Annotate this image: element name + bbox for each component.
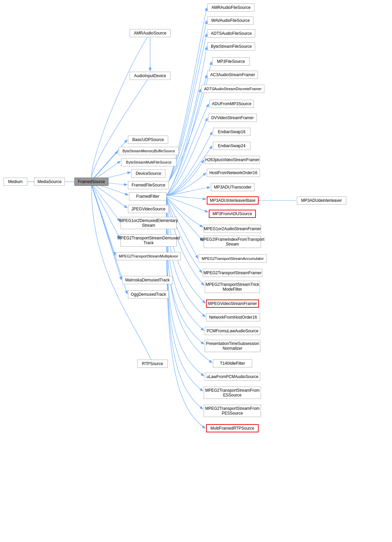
rtp-source-label: RTPSource	[142, 361, 163, 366]
amr-audio-file-source-node: AMRAudioFileSource	[207, 3, 255, 12]
multi-framed-rtp-source-node: MultiFramedRTPSource	[206, 424, 259, 432]
framed-source-label: FramedSource	[78, 179, 105, 184]
mpeg2-transport-stream-demuxed-track-node: MPEG2TransportStreamDemuxed Track	[120, 234, 177, 247]
mp3-adu-interleaver-base-label: MP3ADUInterleaverBase	[210, 198, 256, 203]
mp3-from-adu-source-label: MP3FromADUSource	[213, 211, 252, 216]
ac3-audio-stream-framer-label: AC3AudioStreamFramer	[210, 72, 255, 77]
mp3-file-source-node: MP3FileSource	[212, 57, 250, 66]
pcm-from-ulaw-audio-source-node: PCMFromuLawAudioSource	[205, 327, 260, 335]
matroskaDemuxedTrack-node: MatroskaDemuxedTrack	[122, 276, 173, 284]
byte-stream-memory-buffer-source-label: ByteStreamMemoryBufferSource	[122, 149, 175, 153]
byte-stream-multi-file-source-node: ByteStreamMultiFileSource	[121, 158, 176, 166]
framed-file-source-label: FramedFileSource	[132, 183, 165, 187]
presentation-time-subsession-normalizer-label: PresentationTimeSubsession Normalizer	[206, 341, 259, 351]
byte-stream-file-source-label: ByteStreamFileSource	[211, 44, 252, 49]
mpeg2-transport-stream-trick-mode-filter-node: MPEG2TransportStreamTrick ModeFilter	[205, 281, 260, 293]
endian-swap16-node: EndianSwap16	[213, 128, 250, 136]
presentation-time-subsession-normalizer-node: PresentationTimeSubsession Normalizer	[205, 340, 260, 352]
diagram-container: Medium MediaSource FramedSource AMRAudio…	[0, 0, 392, 542]
mpeg1or2-demuxed-elementary-stream-label: MPEG1or2DemuxedElementary Stream	[119, 218, 178, 228]
mpeg2-transport-stream-trick-mode-filter-label: MPEG2TransportStreamTrick ModeFilter	[205, 282, 259, 292]
endian-swap24-node: EndianSwap24	[213, 142, 250, 150]
byte-stream-memory-buffer-source-node: ByteStreamMemoryBufferSource	[119, 147, 179, 155]
mpeg2-transport-stream-accumulator-label: MPEG2TransportStreamAccumulator	[202, 256, 264, 261]
byte-stream-file-source-node: ByteStreamFileSource	[207, 42, 255, 51]
amr-audio-source-node: AMRAudioSource	[130, 29, 171, 37]
pcm-from-ulaw-audio-source-label: PCMFromuLawAudioSource	[206, 329, 258, 333]
endian-swap16-label: EndianSwap16	[218, 129, 246, 134]
mpeg1or2-audio-stream-framer-label: MPEG1or2AudioStreamFramer	[204, 226, 261, 231]
basic-udp-source-label: BasicUDPSource	[132, 137, 164, 142]
mp3-adu-interleaver-base-node: MP3ADUInterleaverBase	[207, 196, 259, 205]
mpeg2-iframe-index-from-transport-stream-node: MPEG2IFrameIndexFromTransport Stream	[204, 236, 261, 248]
device-source-label: DeviceSource	[136, 171, 161, 176]
t140-idle-filter-node: T140IdleFilter	[213, 359, 252, 367]
framed-filter-node: FramedFilter	[129, 192, 166, 200]
dv-video-stream-framer-label: DVVideoStreamFramer	[211, 115, 254, 120]
mpeg-video-stream-framer-label: MPEGVideoStreamFramer	[208, 301, 257, 306]
network-from-host-order16-label: NetworkFromHostOrder16	[209, 315, 257, 320]
mpeg2-transport-stream-from-es-source-node: MPEG2TransportStreamFrom ESSource	[204, 387, 261, 399]
h263plus-video-stream-framer-label: H263plusVideoStreamFramer	[205, 157, 260, 162]
wav-audio-file-source-label: WAVAudioFileSource	[211, 18, 250, 23]
media-source-label: MediaSource	[38, 179, 62, 184]
ulaw-from-pcm-audio-source-node: uLawFromPCMAudioSource	[205, 373, 260, 381]
media-source-node: MediaSource	[34, 178, 65, 186]
ac3-audio-stream-framer-node: AC3AudioStreamFramer	[207, 71, 258, 79]
dv-video-stream-framer-node: DVVideoStreamFramer	[208, 114, 257, 122]
mpeg2-transport-stream-demuxed-track-label: MPEG2TransportStreamDemuxed Track	[117, 236, 180, 245]
ogg-demuxed-track-node: OggDemuxedTrack	[128, 290, 169, 298]
mp3-adu-deinterleaver-node: MP3ADUdeinterleaver	[297, 196, 346, 205]
medium-label: Medium	[8, 179, 23, 184]
jpeg-video-source-node: JPEGVideoSource	[128, 205, 169, 213]
multi-framed-rtp-source-label: MultiFramedRTPSource	[210, 426, 254, 431]
endian-swap24-label: EndianSwap24	[218, 143, 246, 148]
framed-filter-label: FramedFilter	[136, 194, 159, 199]
basic-udp-source-node: BasicUDPSource	[128, 136, 168, 144]
mp3-adu-transcoder-node: MP3ADUTranscoder	[211, 183, 255, 191]
network-from-host-order16-node: NetworkFromHostOrder16	[206, 313, 260, 321]
mpeg1or2-demuxed-elementary-stream-node: MPEG1or2DemuxedElementary Stream	[120, 217, 177, 229]
adu-from-mp3-source-label: ADUFromMP3Source	[212, 101, 251, 106]
mpeg2-transport-stream-framer-label: MPEG2TransportStreamFramer	[203, 270, 261, 275]
amr-audio-file-source-label: AMRAudioFileSource	[212, 5, 251, 10]
adts-audio-stream-discrete-framer-label: ADTSAudioStreamDiscreteFramer	[204, 87, 262, 91]
mp3-adu-transcoder-label: MP3ADUTranscoder	[214, 185, 251, 190]
wav-audio-file-source-node: WAVAudioFileSource	[207, 16, 253, 25]
audio-input-device-node: AudioInputDevice	[130, 72, 171, 80]
mpeg1or2-audio-stream-framer-node: MPEG1or2AudioStreamFramer	[204, 225, 261, 233]
device-source-node: DeviceSource	[131, 169, 165, 178]
ulaw-from-pcm-audio-source-label: uLawFromPCMAudioSource	[206, 374, 258, 379]
mpeg2-iframe-index-from-transport-stream-label: MPEG2IFrameIndexFromTransport Stream	[200, 237, 264, 247]
mpeg2-transport-stream-framer-node: MPEG2TransportStreamFramer	[203, 269, 262, 277]
mpeg2-transport-stream-from-pes-source-node: MPEG2TransportStreamFrom PESSource	[204, 405, 261, 417]
jpeg-video-source-label: JPEGVideoSource	[131, 207, 165, 211]
h263plus-video-stream-framer-node: H263plusVideoStreamFramer	[205, 156, 260, 164]
arrows-svg	[0, 0, 392, 542]
host-from-network-order16-label: HostFromNetworkOrder16	[209, 170, 258, 175]
ogg-demuxed-track-label: OggDemuxedTrack	[131, 292, 166, 297]
audio-input-device-label: AudioInputDevice	[134, 73, 166, 78]
adts-audio-file-source-node: ADTSAudioFileSource	[207, 29, 255, 38]
adts-audio-stream-discrete-framer-node: ADTSAudioStreamDiscreteFramer	[201, 85, 264, 93]
mpeg2-transport-stream-multiplexor-label: MPEG2TransportStreamMultiplexor	[119, 254, 178, 258]
adu-from-mp3-source-node: ADUFromMP3Source	[209, 100, 254, 108]
mpeg2-transport-stream-accumulator-node: MPEG2TransportStreamAccumulator	[199, 254, 267, 263]
byte-stream-multi-file-source-label: ByteStreamMultiFileSource	[126, 160, 171, 164]
rtp-source-node: RTPSource	[137, 360, 168, 368]
t140-idle-filter-label: T140IdleFilter	[220, 361, 245, 366]
mp3-file-source-label: MP3FileSource	[217, 59, 245, 64]
mp3-from-adu-source-node: MP3FromADUSource	[209, 210, 256, 218]
mpeg2-transport-stream-multiplexor-node: MPEG2TransportStreamMultiplexor	[116, 252, 181, 260]
amr-audio-source-label: AMRAudioSource	[134, 31, 166, 36]
framed-source-node: FramedSource	[74, 178, 108, 186]
framed-file-source-node: FramedFileSource	[128, 181, 169, 189]
host-from-network-order16-node: HostFromNetworkOrder16	[207, 169, 260, 177]
matroskaDemuxedTrack-label: MatroskaDemuxedTrack	[125, 278, 170, 282]
medium-node: Medium	[3, 178, 27, 186]
mpeg-video-stream-framer-node: MPEGVideoStreamFramer	[206, 300, 259, 308]
mpeg2-transport-stream-from-es-source-label: MPEG2TransportStreamFrom ESSource	[205, 388, 260, 398]
mp3-adu-deinterleaver-label: MP3ADUdeinterleaver	[301, 198, 342, 203]
adts-audio-file-source-label: ADTSAudioFileSource	[211, 31, 252, 36]
mpeg2-transport-stream-from-pes-source-label: MPEG2TransportStreamFrom PESSource	[205, 406, 260, 416]
